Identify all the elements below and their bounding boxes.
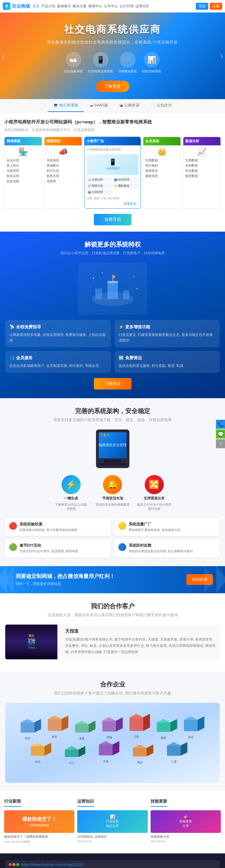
sys-arch-title: 完善的系统架构，安全稳定 xyxy=(5,407,220,415)
cooperation-title: 合作企业 xyxy=(5,680,220,689)
monitor-text: 电商系统后台管理 xyxy=(99,443,127,448)
sys-feature-0-icon: 📡 xyxy=(9,324,15,329)
cooperation-visual: 华邦 新科 海量 雪域 xyxy=(5,703,220,783)
features-tab-3[interactable]: 📄 云包交付 xyxy=(145,99,177,112)
hero-subtitle: 帮你量身定制稳定批发社交电商系统价值适合，生鲜系统/个性定制开发 xyxy=(7,40,218,45)
svg-rect-50 xyxy=(99,745,112,755)
svg-marker-31 xyxy=(129,714,143,717)
svg-text:鑫盛: 鑫盛 xyxy=(161,736,166,739)
svg-text:雪域: 雪域 xyxy=(106,736,112,739)
features-tab-0[interactable]: 💻 独立部署版 xyxy=(48,99,84,112)
news-col-industry: 行业新闻 爆款快抢空了！ 进网线免费索票 爆款快抢空了！进网线免费索票 2021… xyxy=(4,798,74,847)
sys-feature-1: ⚡ 更多增值功能 打造流量宝, 打建老客复购裂变聚合生态, 更多功能正在开发敬请… xyxy=(114,320,220,347)
arch-icon-circle-2: 🔀 xyxy=(145,475,164,494)
register-button[interactable]: 注册 xyxy=(210,3,222,10)
miniapp-item-2: 🔗裂变引流 xyxy=(87,183,112,188)
svg-rect-14 xyxy=(21,722,34,732)
cta-left-decor xyxy=(0,566,14,593)
partner-desc-0: 天指道(重庆)电子商务有限公司, 旗下电商平台有抖音, 天指道, 天指道美食, … xyxy=(65,636,216,655)
hero-tab-3[interactable]: 📊 轻松营销系统 xyxy=(142,52,161,74)
svg-rect-5 xyxy=(95,289,102,299)
arch-feature-3-title: 系统防封处数 xyxy=(129,543,193,548)
footer-url[interactable]: https://www.huzhan.com/shop25130 xyxy=(21,862,83,867)
nav-item-agent[interactable]: 云行代理 xyxy=(120,4,134,9)
nav-buttons: 登陆 注册 xyxy=(196,3,222,10)
sys-feature-0-desc: 让商家获得更多流量, 全程运营指导, 免费售后服务, 上线以后提供 xyxy=(9,332,107,343)
partner-img-0: 重庆 🌃 天指道 xyxy=(5,625,57,659)
hero-arrow-right[interactable]: › xyxy=(220,51,223,61)
svg-point-13 xyxy=(102,272,103,273)
svg-rect-54 xyxy=(133,748,146,756)
cta-text-block: 我要做定制商城，抢占微信海量用户红利！ 扫码一下，获取更多详细信息 xyxy=(5,573,186,586)
svg-marker-48 xyxy=(79,746,86,757)
features-tab-label-3: 云包交付 xyxy=(156,103,172,108)
see-more-link[interactable]: 查看更多 › xyxy=(87,202,138,206)
svg-rect-6 xyxy=(123,290,129,299)
nav-item-ops[interactable]: 运营社区 xyxy=(135,4,149,9)
news-date-industry-0: 2021-08-08 活动新闻 xyxy=(4,840,74,844)
hero-cta-button[interactable]: 了解更多 xyxy=(96,81,129,92)
nav-item-home[interactable]: 首页 xyxy=(33,4,40,9)
hero-arrow-left[interactable]: ‹ xyxy=(2,51,5,61)
arch-feature-0-icon: 🔴 xyxy=(9,522,17,530)
product-card-header-miniapp: 小程序广告 xyxy=(85,137,140,145)
partners-sub: 品质成就大业，感谢百年岁月以来对我们投资的客户和我们携手成长做大做强 xyxy=(5,612,220,618)
sys-feature-2-title: 👥 会员服务 xyxy=(9,355,107,361)
sys-feature-2-desc: 忠实会员私域精准用户, 会员制度完善, 积分签到, 等级会员 xyxy=(9,363,107,369)
miniapp-tags: 闪购, 团购, 分销, 积分商城 xyxy=(87,196,138,200)
news-text-ops-0: 云营销知识, 运营知识 xyxy=(77,835,147,839)
product-main-button[interactable]: 免费开启 xyxy=(94,214,131,225)
svg-text:创达: 创达 xyxy=(188,736,194,739)
side-btn-phone[interactable]: 📞 xyxy=(216,420,225,429)
hero-tab-1[interactable]: 📱 社交电商运营系统 xyxy=(88,52,113,74)
nav-item-solutions[interactable]: 解决方案 xyxy=(73,4,87,9)
sys-features-grid: 📡 全程免费指导 让商家获得更多流量, 全程运营指导, 免费售后服务, 上线以后… xyxy=(5,320,220,373)
product-cards: 商城系统 🏪 会员分层 多入驻店 分账管理 粉丝运营 批发选购 营销系统 📣 充… xyxy=(4,137,221,209)
nav-item-product[interactable]: 产品介绍 xyxy=(41,4,55,9)
hero-tab-0[interactable]: 🏘 社区团购系统 xyxy=(64,52,83,74)
svg-marker-20 xyxy=(62,716,69,731)
svg-rect-22 xyxy=(75,724,89,732)
features-tab-1[interactable]: ☁ SAAS版 xyxy=(84,99,114,112)
miniapp-item-1: 👥粉丝管理 xyxy=(113,177,138,182)
nav-item-news[interactable]: 新闻中心 xyxy=(88,4,102,9)
sys-features-section: 解锁更多的系统特权 我们在小程序运营、打造私域品牌流量，打发新客户，扶持品牌电商 xyxy=(0,232,225,398)
logo[interactable]: B 百达商城 xyxy=(3,2,30,10)
miniapp-sub: AI智能精准流量运营管理 xyxy=(87,147,138,152)
features-tab-2[interactable]: 🌥 云服务器 xyxy=(114,99,145,112)
marketing-icon: 📣 xyxy=(47,147,80,156)
svg-point-9 xyxy=(93,278,94,279)
svg-marker-60 xyxy=(180,742,187,756)
sys-feature-0-title: 📡 全程免费指导 xyxy=(9,324,107,330)
features-tab-label-2: 云服务器 xyxy=(124,103,139,108)
nav-item-company[interactable]: 公司中心 xyxy=(104,4,118,9)
side-btn-chat[interactable]: 💬 xyxy=(216,429,225,439)
cta-subtitle: 扫码一下，获取更多详细信息 xyxy=(16,581,186,586)
svg-rect-2 xyxy=(107,281,118,283)
miniapp-item-3: ⭐圈粉裂变 xyxy=(113,183,138,188)
news-img-tech-0: ⚡ 技能更新分享 xyxy=(151,810,221,833)
miniapp-item-0: 📊交易分析 xyxy=(87,177,112,182)
arch-feature-2-desc: 节假活动可以DIY操作, 促进销量, 精准有效 xyxy=(19,549,78,554)
hero-tab-label-3: 轻松营销系统 xyxy=(142,69,161,74)
login-button[interactable]: 登陆 xyxy=(196,3,208,10)
arch-feature-1-desc: 帮助商家打通各种渠道, 精准有效引流 xyxy=(129,528,180,533)
sys-iso-image xyxy=(5,263,220,315)
svg-text:新科: 新科 xyxy=(52,735,57,738)
arch-icon-2: 🔀 支持渠道分发 将店主中分为个别小程序进行分发 xyxy=(137,475,171,511)
member-item-2: 精准推送 xyxy=(145,168,178,174)
hero-tab-icon-0: 🏘 xyxy=(66,52,81,67)
mall-item-2: 分账管理 xyxy=(7,168,40,174)
product-card-miniapp: 小程序广告 AI智能精准流量运营管理 📱 小程序预览 📊交易分析 👥粉丝管理 🔗… xyxy=(84,137,141,209)
sys-features-button[interactable]: 了解更多 xyxy=(94,378,131,389)
logo-text: 百达商城 xyxy=(12,3,30,9)
svg-marker-16 xyxy=(34,719,41,733)
svg-rect-18 xyxy=(48,719,62,731)
features-tab-icon-3: 📄 xyxy=(151,103,155,107)
arch-icon-sub-1: 节假日活水池分销商裂变 xyxy=(95,503,130,507)
nav-item-cases[interactable]: 案例展示 xyxy=(57,4,71,9)
hero-tab-2[interactable]: 🛒 分销商城系统 xyxy=(118,52,137,74)
news-item-industry-0: 爆款快抢空了！ 进网线免费索票 爆款快抢空了！进网线免费索票 2021-08-0… xyxy=(4,810,74,844)
side-btn-top[interactable]: ↑ xyxy=(216,439,225,448)
product-card-header-analytics: 数据分析 xyxy=(183,137,220,145)
